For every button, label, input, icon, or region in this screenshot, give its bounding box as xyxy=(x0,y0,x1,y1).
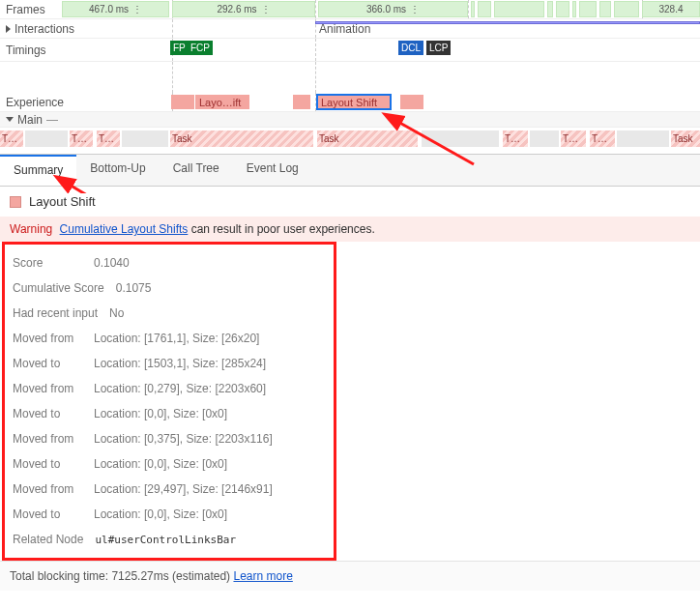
summary-details: Score0.1040Cumulative Score0.1075Had rec… xyxy=(2,242,336,561)
interactions-track[interactable]: Animation xyxy=(162,19,700,38)
detail-value: Location: [0,0], Size: [0x0] xyxy=(94,407,227,420)
detail-key: Score xyxy=(13,256,82,270)
detail-row: Moved fromLocation: [0,279], Size: [2203… xyxy=(5,376,334,401)
details-tabs: Summary Bottom-Up Call Tree Event Log xyxy=(0,155,700,187)
animation-bar[interactable] xyxy=(315,21,700,24)
detail-key: Related Node xyxy=(13,533,83,546)
chevron-down-icon xyxy=(6,117,14,122)
detail-value: Location: [1761,1], Size: [26x20] xyxy=(94,332,259,345)
detail-row: Moved fromLocation: [1761,1], Size: [26x… xyxy=(5,326,334,351)
grey-block[interactable] xyxy=(530,130,559,147)
chevron-right-icon xyxy=(6,25,11,33)
task-block[interactable]: T… xyxy=(590,130,615,147)
summary-title-text: Layout Shift xyxy=(29,194,96,209)
detail-key: Moved from xyxy=(13,432,82,446)
frames-row: Frames 467.0 ms⋮ 292.6 ms⋮ 366.0 ms⋮ 328… xyxy=(0,0,700,19)
detail-key: Moved from xyxy=(13,332,82,345)
detail-row: Moved toLocation: [0,0], Size: [0x0] xyxy=(5,502,334,527)
task-block[interactable]: T… xyxy=(0,130,23,147)
grey-block[interactable] xyxy=(25,130,68,147)
detail-row: Moved toLocation: [0,0], Size: [0x0] xyxy=(5,451,334,477)
frame-block[interactable] xyxy=(494,1,544,17)
task-block[interactable]: T… xyxy=(97,130,120,147)
detail-key: Moved to xyxy=(13,407,82,420)
detail-value: No xyxy=(109,306,124,320)
tab-event-log[interactable]: Event Log xyxy=(233,155,312,186)
summary-pane: Layout Shift Warning Cumulative Layout S… xyxy=(0,187,700,561)
frame-block[interactable] xyxy=(556,1,569,17)
frame-block[interactable] xyxy=(579,1,597,17)
detail-key: Moved to xyxy=(13,357,82,370)
main-thread-track[interactable]: T… T… T… Task Task T… T… T… Task xyxy=(0,128,700,155)
lcp-badge[interactable]: LCP xyxy=(426,41,451,55)
detail-key: Had recent input xyxy=(13,306,98,320)
experience-block[interactable]: Layo…ift xyxy=(195,95,249,109)
fp-badge[interactable]: FP xyxy=(170,41,189,55)
timings-track[interactable]: FP FCP DCL LCP xyxy=(162,39,700,61)
experience-row: Experience Layo…ift Layout Shift xyxy=(0,93,700,112)
layout-shift-selected[interactable]: Layout Shift xyxy=(317,95,391,109)
interactions-row-label[interactable]: Interactions xyxy=(0,22,162,36)
tab-bottom-up[interactable]: Bottom-Up xyxy=(76,155,159,186)
detail-row: Moved toLocation: [0,0], Size: [0x0] xyxy=(5,401,334,426)
timeline-panel: Frames 467.0 ms⋮ 292.6 ms⋮ 366.0 ms⋮ 328… xyxy=(0,0,700,155)
dcl-badge[interactable]: DCL xyxy=(398,41,423,55)
cls-link[interactable]: Cumulative Layout Shifts xyxy=(60,222,189,236)
frame-block[interactable] xyxy=(572,1,576,17)
fcp-badge[interactable]: FCP xyxy=(188,41,213,55)
frame-block[interactable]: 366.0 ms⋮ xyxy=(318,1,468,17)
warning-tail: can result in poor user experiences. xyxy=(188,222,374,236)
detail-value: Location: [0,0], Size: [0x0] xyxy=(94,457,227,471)
experience-block[interactable] xyxy=(171,95,194,109)
grey-block[interactable] xyxy=(122,130,168,147)
summary-title: Layout Shift xyxy=(0,187,700,217)
frame-block[interactable] xyxy=(478,1,491,17)
timeline-spacer xyxy=(0,62,700,93)
detail-key: Moved to xyxy=(13,457,82,471)
task-block[interactable]: T… xyxy=(70,130,93,147)
detail-value: Location: [29,497], Size: [2146x91] xyxy=(94,482,273,496)
warning-label: Warning xyxy=(10,222,52,236)
task-block[interactable]: T… xyxy=(503,130,528,147)
related-node-value: ul#userControlLinksBar xyxy=(95,534,236,546)
detail-key: Moved from xyxy=(13,482,82,496)
footer-prefix: Total blocking time: xyxy=(10,569,111,583)
frame-block[interactable] xyxy=(599,1,611,17)
task-block[interactable]: Task xyxy=(317,130,418,147)
animation-label: Animation xyxy=(319,22,370,36)
detail-row: Moved fromLocation: [0,375], Size: [2203… xyxy=(5,426,334,451)
frame-block[interactable]: 292.6 ms⋮ xyxy=(172,1,315,17)
frame-block[interactable]: 467.0 ms⋮ xyxy=(62,1,169,17)
detail-value: 0.1075 xyxy=(116,281,152,295)
grey-block[interactable] xyxy=(422,130,499,147)
detail-row: Cumulative Score0.1075 xyxy=(5,275,334,301)
frames-track[interactable]: 467.0 ms⋮ 292.6 ms⋮ 366.0 ms⋮ 328.4 xyxy=(162,0,700,18)
warning-bar: Warning Cumulative Layout Shifts can res… xyxy=(0,217,700,242)
detail-value: Location: [0,0], Size: [0x0] xyxy=(94,507,227,521)
tab-call-tree[interactable]: Call Tree xyxy=(160,155,233,186)
grey-block[interactable] xyxy=(617,130,669,147)
footer-status: Total blocking time: 7125.27ms (estimate… xyxy=(0,561,700,591)
task-block[interactable]: Task xyxy=(170,130,313,147)
frame-block[interactable] xyxy=(614,1,639,17)
detail-row: Moved fromLocation: [29,497], Size: [214… xyxy=(5,477,334,502)
frame-block[interactable]: 328.4 xyxy=(642,1,700,17)
tab-summary[interactable]: Summary xyxy=(0,155,76,186)
detail-row: Score0.1040 xyxy=(5,250,334,275)
main-row-header[interactable]: Main — xyxy=(0,112,700,128)
frame-block[interactable] xyxy=(471,1,475,17)
experience-track[interactable]: Layo…ift Layout Shift xyxy=(162,93,700,111)
frame-block[interactable] xyxy=(547,1,553,17)
detail-value: Location: [1503,1], Size: [285x24] xyxy=(94,357,266,370)
experience-block[interactable] xyxy=(400,95,423,109)
detail-key: Moved from xyxy=(13,382,82,395)
experience-block[interactable] xyxy=(293,95,310,109)
layout-shift-swatch-icon xyxy=(10,196,21,208)
task-block[interactable]: T… xyxy=(561,130,586,147)
interactions-row: Interactions Animation xyxy=(0,19,700,39)
detail-row: Related Nodeul#userControlLinksBar xyxy=(5,527,334,552)
timings-row-label: Timings xyxy=(0,43,162,57)
task-block[interactable]: Task xyxy=(671,130,700,147)
detail-value: Location: [0,279], Size: [2203x60] xyxy=(94,382,266,395)
learn-more-link[interactable]: Learn more xyxy=(233,569,292,583)
